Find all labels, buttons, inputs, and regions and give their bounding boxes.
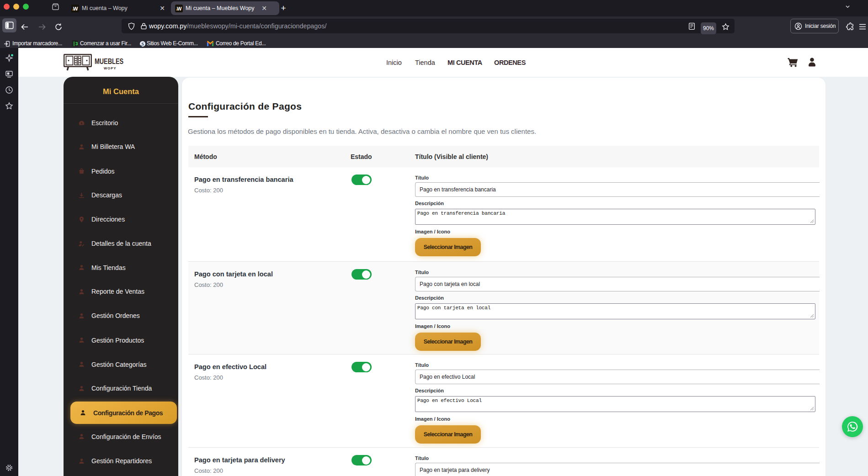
svg-text:W: W <box>177 6 182 11</box>
svg-text:S: S <box>141 42 144 47</box>
svg-text:W: W <box>73 6 78 11</box>
